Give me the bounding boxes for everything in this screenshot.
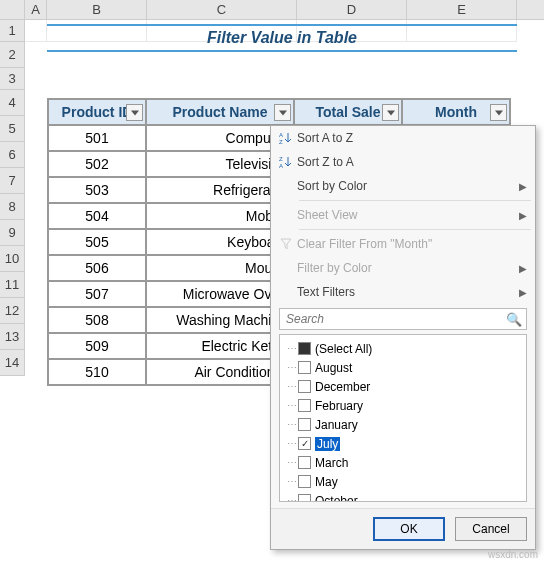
row-head[interactable]: 7 bbox=[0, 168, 25, 194]
row-head[interactable]: 6 bbox=[0, 142, 25, 168]
menu-label: Filter by Color bbox=[297, 261, 519, 275]
header-product-id[interactable]: Product ID bbox=[48, 99, 146, 125]
cell-id[interactable]: 505 bbox=[48, 229, 146, 255]
check-label[interactable]: October bbox=[315, 494, 358, 503]
checkbox[interactable]: ■ bbox=[298, 342, 311, 355]
check-item[interactable]: ⋯October bbox=[286, 491, 520, 502]
row-head[interactable]: 14 bbox=[0, 350, 25, 376]
tree-dots-icon: ⋯ bbox=[286, 476, 298, 487]
cell-id[interactable]: 510 bbox=[48, 359, 146, 385]
menu-label: Sort Z to A bbox=[297, 155, 527, 169]
row-head[interactable]: 13 bbox=[0, 324, 25, 350]
row-head[interactable]: 4 bbox=[0, 90, 25, 116]
cell-id[interactable]: 508 bbox=[48, 307, 146, 333]
check-label[interactable]: August bbox=[315, 361, 352, 375]
check-label[interactable]: March bbox=[315, 456, 348, 470]
check-item[interactable]: ⋯January bbox=[286, 415, 520, 434]
check-label[interactable]: February bbox=[315, 399, 363, 413]
sort-za[interactable]: ZA Sort Z to A bbox=[271, 150, 535, 174]
menu-label: Sort by Color bbox=[297, 179, 519, 193]
filter-button[interactable] bbox=[382, 104, 399, 121]
check-item[interactable]: ⋯March bbox=[286, 453, 520, 472]
cell-id[interactable]: 501 bbox=[48, 125, 146, 151]
sort-az[interactable]: AZ Sort A to Z bbox=[271, 126, 535, 150]
col-head-D[interactable]: D bbox=[297, 0, 407, 19]
tree-dots-icon: ⋯ bbox=[286, 438, 298, 449]
col-head-E[interactable]: E bbox=[407, 0, 517, 19]
cell-id[interactable]: 504 bbox=[48, 203, 146, 229]
tree-dots-icon: ⋯ bbox=[286, 457, 298, 468]
row-head[interactable]: 5 bbox=[0, 116, 25, 142]
search-input[interactable] bbox=[284, 311, 506, 327]
search-icon: 🔍 bbox=[506, 312, 522, 327]
row-head[interactable]: 1 bbox=[0, 20, 25, 42]
filter-checklist[interactable]: ⋯■(Select All) ⋯August ⋯December ⋯Februa… bbox=[279, 334, 527, 502]
chevron-right-icon: ▶ bbox=[519, 263, 527, 274]
checkbox[interactable]: ✓ bbox=[298, 437, 311, 450]
ok-button[interactable]: OK bbox=[373, 517, 445, 541]
header-label: Product Name bbox=[173, 104, 268, 120]
checkbox[interactable] bbox=[298, 380, 311, 393]
col-head-C[interactable]: C bbox=[147, 0, 297, 19]
check-label[interactable]: May bbox=[315, 475, 338, 489]
menu-label: Clear Filter From "Month" bbox=[297, 237, 527, 251]
svg-text:A: A bbox=[279, 132, 283, 138]
cell-id[interactable]: 507 bbox=[48, 281, 146, 307]
check-label[interactable]: December bbox=[315, 380, 370, 394]
menu-label: Sort A to Z bbox=[297, 131, 527, 145]
search-box[interactable]: 🔍 bbox=[279, 308, 527, 330]
cell-id[interactable]: 509 bbox=[48, 333, 146, 359]
checkbox[interactable] bbox=[298, 494, 311, 502]
check-item-select-all[interactable]: ⋯■(Select All) bbox=[286, 339, 520, 358]
header-product-name[interactable]: Product Name bbox=[146, 99, 294, 125]
checkbox[interactable] bbox=[298, 475, 311, 488]
cell-id[interactable]: 506 bbox=[48, 255, 146, 281]
row-head[interactable]: 12 bbox=[0, 298, 25, 324]
check-label[interactable]: January bbox=[315, 418, 358, 432]
tree-dots-icon: ⋯ bbox=[286, 495, 298, 502]
row-head[interactable]: 10 bbox=[0, 246, 25, 272]
menu-label: Sheet View bbox=[297, 208, 519, 222]
filter-button[interactable] bbox=[490, 104, 507, 121]
button-row: OK Cancel bbox=[271, 508, 535, 549]
clear-filter: Clear Filter From "Month" bbox=[271, 232, 535, 256]
tree-dots-icon: ⋯ bbox=[286, 362, 298, 373]
select-all-corner[interactable] bbox=[0, 0, 25, 19]
sort-za-icon: ZA bbox=[275, 155, 297, 169]
header-label: Month bbox=[435, 104, 477, 120]
checkbox[interactable] bbox=[298, 361, 311, 374]
row-head[interactable]: 8 bbox=[0, 194, 25, 220]
tree-dots-icon: ⋯ bbox=[286, 419, 298, 430]
chevron-right-icon: ▶ bbox=[519, 287, 527, 298]
sort-by-color[interactable]: Sort by Color ▶ bbox=[271, 174, 535, 198]
cell-id[interactable]: 503 bbox=[48, 177, 146, 203]
cell-id[interactable]: 502 bbox=[48, 151, 146, 177]
check-label[interactable]: (Select All) bbox=[315, 342, 372, 356]
row-head[interactable]: 2 bbox=[0, 42, 25, 68]
check-item[interactable]: ⋯February bbox=[286, 396, 520, 415]
check-item[interactable]: ⋯May bbox=[286, 472, 520, 491]
row-head[interactable]: 9 bbox=[0, 220, 25, 246]
col-head-A[interactable]: A bbox=[25, 0, 47, 19]
check-item[interactable]: ⋯December bbox=[286, 377, 520, 396]
checkbox[interactable] bbox=[298, 456, 311, 469]
row-head[interactable]: 3 bbox=[0, 68, 25, 90]
page-title: Filter Value in Table bbox=[47, 24, 517, 52]
filter-button[interactable] bbox=[274, 104, 291, 121]
header-total-sale[interactable]: Total Sale bbox=[294, 99, 402, 125]
cancel-button[interactable]: Cancel bbox=[455, 517, 527, 541]
check-label[interactable]: July bbox=[315, 437, 340, 451]
check-item[interactable]: ⋯August bbox=[286, 358, 520, 377]
svg-text:Z: Z bbox=[279, 139, 283, 145]
checkbox[interactable] bbox=[298, 399, 311, 412]
col-head-B[interactable]: B bbox=[47, 0, 147, 19]
filter-button[interactable] bbox=[126, 104, 143, 121]
row-head[interactable]: 11 bbox=[0, 272, 25, 298]
header-label: Product ID bbox=[62, 104, 133, 120]
header-month[interactable]: Month bbox=[402, 99, 510, 125]
text-filters[interactable]: Text Filters ▶ bbox=[271, 280, 535, 304]
checkbox[interactable] bbox=[298, 418, 311, 431]
header-label: Total Sale bbox=[315, 104, 380, 120]
menu-label: Text Filters bbox=[297, 285, 519, 299]
check-item-july[interactable]: ⋯✓July bbox=[286, 434, 520, 453]
